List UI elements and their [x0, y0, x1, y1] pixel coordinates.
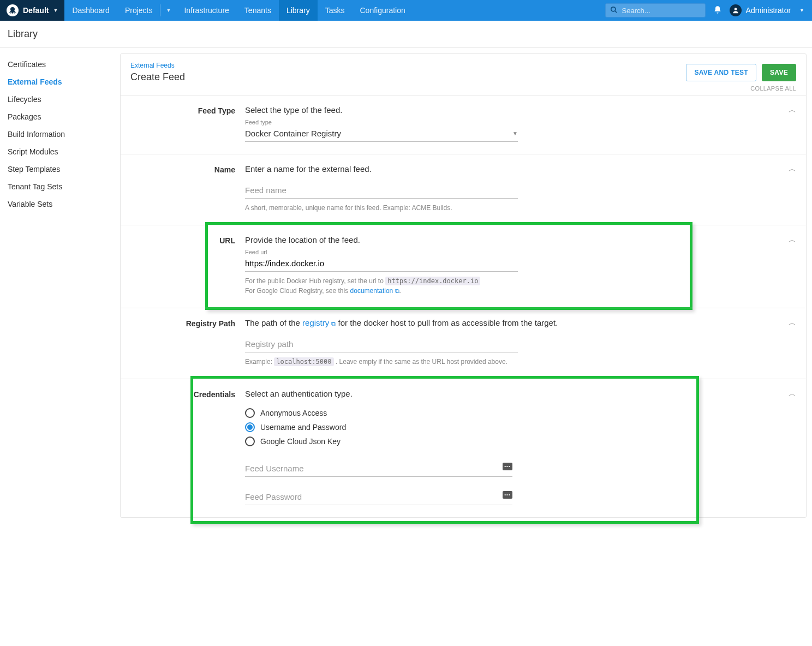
- desc-url: Provide the location of the feed.: [245, 235, 643, 244]
- save-and-test-button[interactable]: SAVE AND TEST: [686, 64, 756, 81]
- top-nav-right: Administrator ▼: [605, 3, 812, 17]
- nav-dashboard[interactable]: Dashboard: [64, 0, 117, 21]
- user-name: Administrator: [746, 6, 791, 15]
- nav-infrastructure[interactable]: Infrastructure: [176, 0, 236, 21]
- mini-label-url: Feed url: [245, 249, 643, 255]
- documentation-link[interactable]: documentation ⧉: [350, 287, 399, 295]
- nav-tenants[interactable]: Tenants: [237, 0, 279, 21]
- search-box[interactable]: [605, 3, 706, 17]
- space-name: Default: [23, 6, 49, 15]
- section-registry-path: ︿ Registry Path The path of the registry…: [121, 308, 806, 379]
- radio-icon: [245, 408, 255, 418]
- desc-registry-path: The path of the registry ⧉ for the docke…: [245, 318, 643, 327]
- nav-projects[interactable]: Projects: [117, 0, 160, 21]
- radio-icon: [245, 436, 255, 446]
- sidebar-item-step-templates[interactable]: Step Templates: [0, 160, 120, 178]
- desc-credentials: Select an authentication type.: [245, 389, 643, 398]
- octopus-logo-icon: [7, 4, 19, 16]
- label-name: Name: [130, 164, 245, 213]
- chevron-down-icon: ▼: [512, 130, 518, 136]
- help-registry-path: Example: localhost:5000 . Leave empty if…: [245, 357, 643, 367]
- top-nav: Default ▼ Dashboard Projects ▼ Infrastru…: [0, 0, 812, 21]
- registry-path-input[interactable]: [245, 336, 518, 352]
- registry-link[interactable]: registry ⧉: [302, 318, 336, 327]
- svg-line-2: [614, 10, 617, 13]
- external-link-icon: ⧉: [395, 288, 399, 294]
- svg-point-3: [734, 8, 737, 10]
- avatar-icon: [730, 4, 742, 16]
- breadcrumb[interactable]: External Feeds: [130, 62, 185, 69]
- collapse-icon[interactable]: ︿: [789, 105, 796, 115]
- feed-username-input[interactable]: [245, 460, 512, 477]
- help-name: A short, memorable, unique name for this…: [245, 203, 643, 213]
- save-button[interactable]: SAVE: [762, 64, 796, 81]
- sidebar-item-tenant-tag-sets[interactable]: Tenant Tag Sets: [0, 178, 120, 195]
- sidebar-item-packages[interactable]: Packages: [0, 108, 120, 125]
- feed-type-select[interactable]: Docker Container Registry ▼: [245, 125, 518, 142]
- label-registry-path: Registry Path: [130, 318, 245, 367]
- collapse-icon[interactable]: ︿: [789, 318, 796, 328]
- sidebar-item-variable-sets[interactable]: Variable Sets: [0, 195, 120, 213]
- sidebar-item-lifecycles[interactable]: Lifecycles: [0, 91, 120, 108]
- create-feed-card: External Feeds Create Feed SAVE AND TEST…: [120, 53, 807, 518]
- desc-name: Enter a name for the external feed.: [245, 164, 643, 174]
- section-feed-type: ︿ Feed Type Select the type of the feed.…: [121, 95, 806, 154]
- space-switcher[interactable]: Default ▼: [0, 0, 64, 21]
- sidebar-item-certificates[interactable]: Certificates: [0, 56, 120, 73]
- radio-google-json-key[interactable]: Google Cloud Json Key: [245, 434, 643, 448]
- desc-feed-type: Select the type of the feed.: [245, 105, 643, 115]
- svg-point-0: [10, 7, 15, 11]
- feed-url-input[interactable]: [245, 255, 518, 272]
- nav-tasks[interactable]: Tasks: [318, 0, 353, 21]
- sidebar-item-script-modules[interactable]: Script Modules: [0, 143, 120, 160]
- chevron-down-icon: ▼: [53, 8, 58, 13]
- radio-anonymous[interactable]: Anonymous Access: [245, 406, 643, 420]
- search-input[interactable]: [621, 6, 701, 15]
- feed-password-input[interactable]: [245, 489, 512, 505]
- external-link-icon: ⧉: [331, 320, 336, 327]
- radio-icon: [245, 422, 255, 432]
- sidebar: Certificates External Feeds Lifecycles P…: [0, 48, 120, 220]
- radio-username-password[interactable]: Username and Password: [245, 420, 643, 434]
- credentials-radio-group: Anonymous Access Username and Password G…: [245, 406, 643, 448]
- nav-items: Dashboard Projects ▼ Infrastructure Tena…: [64, 0, 413, 21]
- help-url: For the public Docker Hub registry, set …: [245, 276, 643, 296]
- secret-indicator-icon[interactable]: [503, 463, 512, 470]
- label-feed-type: Feed Type: [130, 105, 245, 142]
- nav-projects-dropdown[interactable]: ▼: [160, 0, 176, 21]
- code-chip: localhost:5000: [274, 357, 333, 366]
- search-icon: [610, 6, 618, 15]
- secret-indicator-icon[interactable]: [503, 491, 512, 499]
- sidebar-item-build-information[interactable]: Build Information: [0, 125, 120, 143]
- notifications-icon[interactable]: [713, 5, 722, 16]
- mini-label-feed-type: Feed type: [245, 119, 643, 125]
- section-name: ︿ Name Enter a name for the external fee…: [121, 154, 806, 225]
- section-credentials: ︿ Credentials Select an authentication t…: [121, 379, 806, 517]
- label-url: URL: [130, 235, 245, 296]
- page-title: Library: [0, 21, 812, 48]
- section-url: ︿ URL Provide the location of the feed. …: [121, 225, 806, 308]
- feed-type-value: Docker Container Registry: [245, 129, 341, 138]
- collapse-all-link[interactable]: COLLAPSE ALL: [750, 85, 796, 92]
- user-menu[interactable]: Administrator ▼: [730, 4, 804, 16]
- feed-name-input[interactable]: [245, 182, 518, 199]
- collapse-icon[interactable]: ︿: [789, 235, 796, 245]
- chevron-down-icon: ▼: [166, 8, 171, 13]
- code-chip: https://index.docker.io: [385, 277, 480, 285]
- collapse-icon[interactable]: ︿: [789, 389, 796, 399]
- chevron-down-icon: ▼: [799, 8, 804, 13]
- nav-library[interactable]: Library: [279, 0, 318, 21]
- sidebar-item-external-feeds[interactable]: External Feeds: [0, 73, 120, 91]
- card-title: Create Feed: [130, 71, 185, 83]
- nav-configuration[interactable]: Configuration: [353, 0, 413, 21]
- label-credentials: Credentials: [130, 389, 245, 505]
- collapse-icon[interactable]: ︿: [789, 164, 796, 174]
- svg-point-1: [611, 7, 615, 11]
